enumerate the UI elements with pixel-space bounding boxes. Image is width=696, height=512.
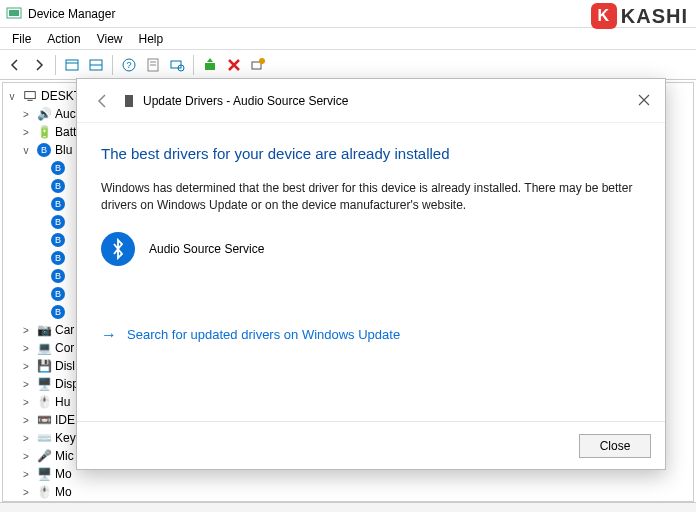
bluetooth-icon: B — [36, 142, 52, 158]
tree-item-label: Mo — [55, 467, 72, 481]
expand-icon[interactable]: > — [19, 325, 33, 336]
disable-button[interactable] — [247, 54, 269, 76]
svg-rect-11 — [171, 61, 181, 68]
show-hidden-button[interactable] — [61, 54, 83, 76]
properties-button[interactable] — [142, 54, 164, 76]
toolbar: ? — [0, 50, 696, 80]
link-label: Search for updated drivers on Windows Up… — [127, 327, 400, 342]
back-button[interactable] — [91, 89, 115, 113]
dialog-message: Windows has determined that the best dri… — [101, 180, 641, 214]
bluetooth-icon: B — [50, 232, 66, 248]
expand-icon[interactable]: > — [19, 379, 33, 390]
dialog-header: Update Drivers - Audio Source Service — [77, 79, 665, 123]
mic-icon: 🎤 — [36, 448, 52, 464]
menu-action[interactable]: Action — [39, 30, 88, 48]
toolbar-separator — [55, 55, 56, 75]
tree-item-label: Batt — [55, 125, 76, 139]
tree-item-label: Hu — [55, 395, 70, 409]
svg-rect-13 — [205, 63, 215, 70]
dialog-body: The best drivers for your device are alr… — [77, 123, 665, 421]
uninstall-button[interactable] — [223, 54, 245, 76]
search-windows-update-link[interactable]: → Search for updated drivers on Windows … — [101, 326, 641, 344]
expand-icon[interactable]: > — [19, 109, 33, 120]
dialog-title: The best drivers for your device are alr… — [101, 145, 641, 162]
tree-item-label: IDE — [55, 413, 75, 427]
bluetooth-icon — [101, 232, 135, 266]
svg-rect-16 — [25, 92, 36, 99]
device-row: Audio Source Service — [101, 232, 641, 266]
svg-rect-2 — [66, 60, 78, 70]
expand-icon[interactable]: > — [19, 127, 33, 138]
toolbar-separator — [193, 55, 194, 75]
action-button[interactable] — [85, 54, 107, 76]
tree-item[interactable]: >🖱️Mo — [5, 483, 691, 501]
display-icon: 🖥️ — [36, 376, 52, 392]
svg-point-15 — [259, 58, 265, 64]
svg-rect-14 — [252, 62, 261, 69]
svg-rect-1 — [9, 10, 19, 16]
mouse-icon: 🖱️ — [36, 484, 52, 500]
forward-button[interactable] — [28, 54, 50, 76]
toolbar-separator — [112, 55, 113, 75]
tree-item-label: Mic — [55, 449, 74, 463]
expand-icon[interactable]: > — [19, 451, 33, 462]
expand-icon[interactable]: v — [19, 145, 33, 156]
bluetooth-icon: B — [50, 304, 66, 320]
menu-view[interactable]: View — [89, 30, 131, 48]
tree-item-label: Key — [55, 431, 76, 445]
menu-help[interactable]: Help — [131, 30, 172, 48]
expand-icon[interactable]: > — [19, 397, 33, 408]
bluetooth-icon: B — [50, 250, 66, 266]
driver-icon — [123, 94, 137, 108]
close-icon[interactable] — [633, 89, 655, 111]
expand-icon[interactable]: > — [19, 415, 33, 426]
tree-item-label: Car — [55, 323, 74, 337]
svg-rect-18 — [125, 95, 133, 107]
arrow-right-icon: → — [101, 326, 117, 344]
bluetooth-icon: B — [50, 178, 66, 194]
bluetooth-icon: B — [50, 214, 66, 230]
dialog-footer: Close — [77, 421, 665, 469]
back-button[interactable] — [4, 54, 26, 76]
computer-icon — [22, 88, 38, 104]
expand-icon[interactable]: > — [19, 487, 33, 498]
ide-icon: 📼 — [36, 412, 52, 428]
tree-item-label: Disl — [55, 359, 75, 373]
monitor-icon: 🖥️ — [36, 466, 52, 482]
disk-icon: 💾 — [36, 358, 52, 374]
expand-icon[interactable]: > — [19, 343, 33, 354]
svg-text:?: ? — [126, 60, 131, 70]
bluetooth-icon: B — [50, 196, 66, 212]
audio-icon: 🔊 — [36, 106, 52, 122]
dialog-header-title: Update Drivers - Audio Source Service — [143, 94, 348, 108]
menubar: File Action View Help — [0, 28, 696, 50]
bluetooth-icon: B — [50, 160, 66, 176]
computer-icon: 💻 — [36, 340, 52, 356]
tree-item-label: Blu — [55, 143, 72, 157]
status-bar — [0, 502, 696, 512]
menu-file[interactable]: File — [4, 30, 39, 48]
update-driver-button[interactable] — [199, 54, 221, 76]
expand-icon[interactable]: > — [19, 361, 33, 372]
tree-item-label: Auc — [55, 107, 76, 121]
expand-icon[interactable]: > — [19, 433, 33, 444]
keyboard-icon: ⌨️ — [36, 430, 52, 446]
scan-button[interactable] — [166, 54, 188, 76]
tree-item-label: Mo — [55, 485, 72, 499]
tree-item-label: Cor — [55, 341, 74, 355]
expand-icon[interactable]: > — [19, 469, 33, 480]
battery-icon: 🔋 — [36, 124, 52, 140]
device-name: Audio Source Service — [149, 242, 264, 256]
close-button[interactable]: Close — [579, 434, 651, 458]
bluetooth-icon: B — [50, 286, 66, 302]
brand-icon: K — [591, 3, 617, 29]
camera-icon: 📷 — [36, 322, 52, 338]
hid-icon: 🖱️ — [36, 394, 52, 410]
brand-logo: K KASHI — [591, 3, 688, 29]
brand-name: KASHI — [621, 5, 688, 28]
expand-icon[interactable]: v — [5, 91, 19, 102]
help-button[interactable]: ? — [118, 54, 140, 76]
bluetooth-icon: B — [50, 268, 66, 284]
app-icon — [6, 6, 22, 22]
update-driver-dialog: Update Drivers - Audio Source Service Th… — [76, 78, 666, 470]
